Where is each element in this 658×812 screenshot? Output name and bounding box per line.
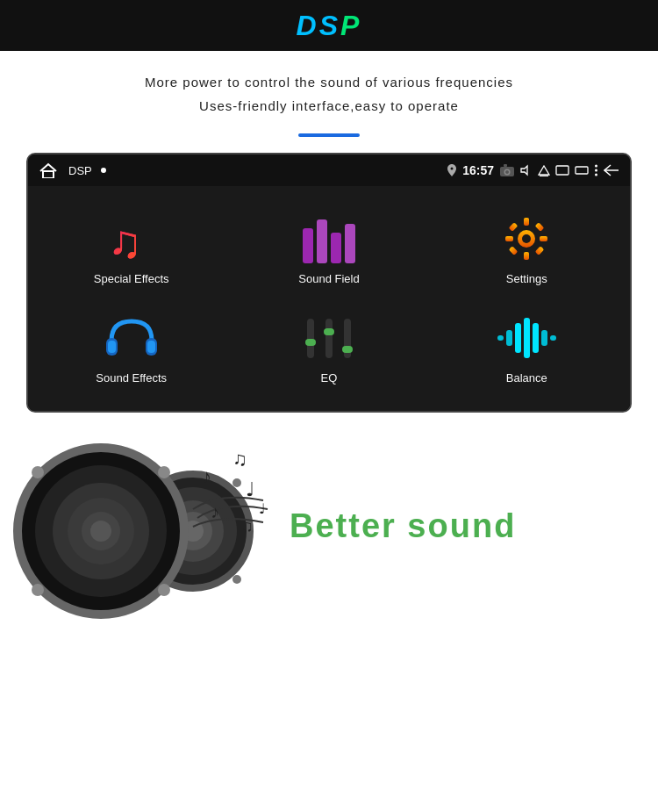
menu-item-balance[interactable]: Balance [433, 303, 621, 393]
svg-rect-41 [506, 330, 512, 346]
eject-icon [538, 164, 550, 176]
settings-label: Settings [506, 272, 547, 285]
header-title: DSP [297, 10, 362, 42]
menu-grid: ♫ ♫ Special Effects [28, 186, 630, 411]
eq-label: EQ [321, 371, 338, 384]
phone-screen: DSP 16:57 [26, 153, 632, 413]
svg-rect-23 [524, 252, 529, 260]
svg-rect-28 [509, 246, 519, 255]
svg-rect-37 [324, 328, 334, 335]
svg-rect-8 [540, 176, 548, 176]
description-section: More power to control the sound of vario… [0, 51, 658, 126]
svg-text:♩: ♩ [246, 478, 254, 500]
speaker-illustration: ♪ ♫ ♩ ♪ ♫ ♩ [9, 430, 281, 623]
svg-rect-34 [307, 319, 314, 358]
svg-rect-9 [556, 166, 569, 175]
svg-text:♪: ♪ [211, 502, 219, 521]
svg-point-65 [158, 466, 170, 478]
svg-marker-7 [539, 166, 549, 175]
menu-item-sound-field[interactable]: Sound Field [234, 204, 423, 294]
status-bar: DSP 16:57 [28, 154, 630, 186]
desc-line2: Uses-friendly interface,easy to operate [35, 94, 623, 118]
svg-point-1 [451, 168, 454, 170]
balance-label: Balance [506, 371, 547, 384]
svg-point-11 [595, 165, 597, 168]
special-effects-label: Special Effects [94, 272, 169, 285]
divider [298, 133, 360, 137]
svg-point-67 [158, 584, 170, 596]
svg-rect-22 [524, 218, 529, 226]
svg-rect-43 [524, 318, 530, 358]
svg-text:♫: ♫ [232, 448, 247, 470]
better-text-wrap: Better sound [281, 507, 640, 547]
svg-rect-36 [325, 319, 333, 358]
header: DSP [0, 0, 658, 51]
svg-rect-39 [342, 346, 353, 353]
svg-rect-35 [305, 339, 316, 346]
svg-rect-27 [535, 222, 545, 232]
sound-field-label: Sound Field [298, 272, 359, 285]
balance-icon [496, 312, 557, 364]
svg-rect-18 [317, 219, 327, 263]
sound-effects-label: Sound Effects [96, 371, 167, 384]
desc-line1: More power to control the sound of vario… [35, 70, 623, 94]
svg-rect-17 [303, 228, 313, 263]
svg-rect-29 [535, 246, 545, 255]
menu-item-sound-effects[interactable]: Sound Effects [37, 303, 225, 393]
svg-rect-32 [108, 341, 116, 353]
app-name: DSP [68, 164, 92, 177]
back-icon [604, 164, 619, 176]
eq-icon [298, 312, 360, 364]
svg-rect-19 [331, 233, 341, 263]
svg-rect-45 [541, 330, 547, 346]
minimize-icon [575, 166, 589, 175]
svg-rect-0 [43, 171, 54, 178]
volume-icon [520, 164, 533, 176]
svg-rect-10 [576, 167, 588, 174]
camera-icon [499, 163, 515, 177]
better-sound-text: Better sound [290, 507, 516, 547]
svg-rect-40 [497, 335, 504, 341]
svg-point-64 [32, 466, 44, 478]
menu-item-eq[interactable]: EQ [234, 303, 423, 393]
location-icon [447, 164, 457, 176]
svg-point-54 [232, 478, 241, 487]
svg-rect-25 [540, 236, 547, 241]
menu-item-special-effects[interactable]: ♫ ♫ Special Effects [37, 204, 225, 294]
svg-point-13 [595, 174, 597, 176]
svg-rect-42 [515, 323, 521, 353]
menu-item-settings[interactable]: Settings [433, 204, 621, 294]
special-effects-icon: ♫ ♫ [101, 212, 162, 265]
screen-icon [555, 165, 569, 176]
svg-point-4 [505, 170, 509, 174]
svg-text:♩: ♩ [259, 501, 266, 516]
home-icon [39, 162, 58, 178]
svg-rect-5 [504, 164, 507, 167]
svg-point-12 [595, 169, 597, 172]
svg-text:♪: ♪ [202, 465, 211, 487]
svg-marker-6 [521, 166, 527, 175]
svg-rect-44 [533, 323, 539, 353]
settings-icon [496, 212, 557, 265]
svg-rect-46 [550, 335, 556, 341]
sound-field-icon [298, 212, 360, 265]
svg-point-66 [32, 584, 44, 596]
better-sound-section: ♪ ♫ ♩ ♪ ♫ ♩ Better sound [0, 413, 658, 632]
svg-point-63 [90, 521, 111, 542]
svg-text:♫: ♫ [241, 517, 254, 535]
svg-text:♫: ♫ [108, 217, 142, 264]
svg-rect-24 [505, 236, 513, 241]
svg-point-56 [232, 575, 241, 584]
svg-point-21 [522, 234, 531, 243]
sound-effects-icon [101, 312, 162, 364]
time-display: 16:57 [462, 163, 494, 177]
svg-rect-33 [147, 341, 155, 353]
svg-rect-20 [345, 224, 355, 263]
status-dot [101, 168, 106, 173]
svg-rect-26 [509, 222, 519, 232]
more-icon [594, 164, 598, 176]
